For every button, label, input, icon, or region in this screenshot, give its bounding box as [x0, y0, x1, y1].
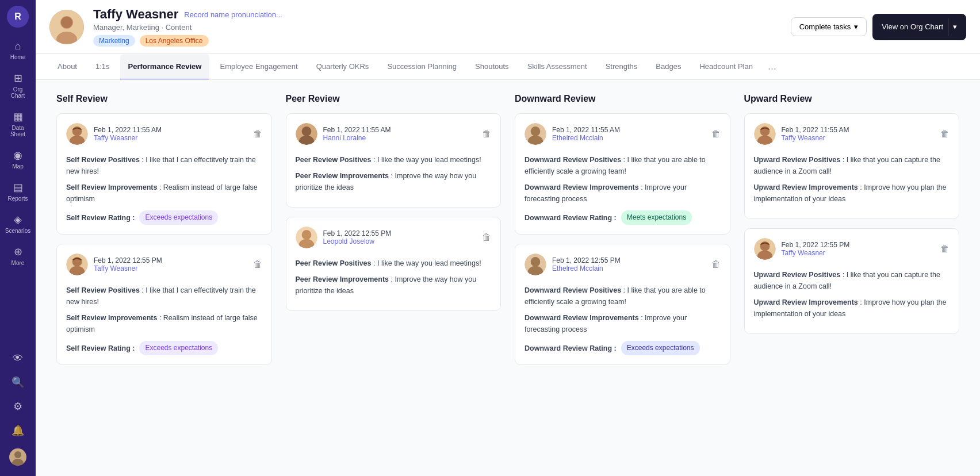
- tab-succession-planning[interactable]: Succession Planning: [379, 54, 465, 80]
- sidebar-logo[interactable]: R: [7, 6, 29, 28]
- svg-point-3: [12, 459, 24, 466]
- sidebar-item-scenarios[interactable]: ◈ Scenarios: [2, 209, 33, 239]
- improvements-field: Peer Review Improvements : Improve the w…: [296, 170, 492, 193]
- review-card: Feb 1, 2022 11:55 AM Ethelred Mcclain 🗑 …: [515, 113, 730, 235]
- profile-badges: Marketing Los Angeles Office: [93, 35, 782, 47]
- positives-field: Downward Review Positives : I like that …: [525, 285, 721, 308]
- improvements-field: Peer Review Improvements : Improve the w…: [296, 274, 492, 297]
- sidebar-item-more[interactable]: ⊕ More: [2, 241, 33, 271]
- rating-badge: Exceeds expectations: [139, 341, 218, 355]
- rating-row: Self Review Rating : Exceeds expectation…: [66, 210, 262, 225]
- delete-card-button[interactable]: 🗑: [253, 129, 262, 139]
- card-header: Feb 1, 2022 12:55 PM Taffy Weasner 🗑: [66, 254, 262, 275]
- sidebar-item-label: Scenarios: [5, 228, 30, 234]
- card-date: Feb 1, 2022 12:55 PM: [552, 256, 621, 264]
- tab-more[interactable]: ...: [763, 55, 781, 79]
- review-content: Self Review Feb 1, 2022 11:55 AM Taffy W…: [36, 80, 980, 476]
- card-header: Feb 1, 2022 11:55 AM Ethelred Mcclain 🗑: [525, 123, 721, 145]
- sidebar: R ⌂ Home ⊞ Org Chart ▦ Data Sheet ◉ Map …: [0, 0, 36, 476]
- rating-label: Self Review Rating :: [66, 212, 135, 224]
- sidebar-item-search[interactable]: 🔍: [2, 371, 33, 393]
- review-card: Feb 1, 2022 11:55 AM Hanni Loraine 🗑 Pee…: [286, 113, 502, 208]
- profile-header: Taffy Weasner Record name pronunciation.…: [36, 0, 980, 54]
- positives-field: Self Review Positives : I like that I ca…: [66, 154, 262, 177]
- badge-marketing: Marketing: [93, 35, 135, 47]
- tab-quarterly-okrs[interactable]: Quarterly OKRs: [308, 54, 377, 80]
- card-meta: Feb 1, 2022 12:55 PM Ethelred Mcclain: [552, 256, 621, 272]
- improvements-label: Upward Review Improvements: [754, 298, 858, 306]
- sidebar-item-reports[interactable]: ▤ Reports: [2, 176, 33, 206]
- svg-point-15: [301, 126, 311, 136]
- improvements-label: Upward Review Improvements: [754, 183, 858, 191]
- main-content: Taffy Weasner Record name pronunciation.…: [36, 0, 980, 476]
- card-meta: Feb 1, 2022 11:55 AM Taffy Weasner: [782, 126, 849, 142]
- review-column-self-review: Self Review Feb 1, 2022 11:55 AM Taffy W…: [49, 94, 279, 374]
- positives-field: Upward Review Positives : I like that yo…: [754, 154, 950, 177]
- delete-card-button[interactable]: 🗑: [482, 129, 491, 139]
- sidebar-item-data-sheet[interactable]: ▦ Data Sheet: [2, 106, 33, 142]
- delete-card-button[interactable]: 🗑: [940, 129, 950, 139]
- card-body: Peer Review Positives : I like the way y…: [296, 154, 492, 193]
- navigation-tabs: About 1:1s Performance Review Employee E…: [36, 54, 980, 80]
- review-column-title: Peer Review: [286, 94, 502, 104]
- rating-row: Downward Review Rating : Exceeds expecta…: [525, 341, 721, 355]
- tab-employee-engagement[interactable]: Employee Engagement: [212, 54, 305, 80]
- sidebar-item-map[interactable]: ◉ Map: [2, 144, 33, 174]
- view-icon: 👁: [13, 352, 23, 364]
- sidebar-item-settings[interactable]: ⚙: [2, 396, 33, 417]
- svg-text:R: R: [14, 11, 21, 21]
- card-meta: Feb 1, 2022 12:55 PM Taffy Weasner: [782, 241, 850, 257]
- improvements-field: Self Review Improvements : Realism inste…: [66, 182, 262, 205]
- card-user: Feb 1, 2022 12:55 PM Taffy Weasner: [754, 238, 850, 260]
- svg-point-7: [61, 17, 72, 28]
- card-meta: Feb 1, 2022 11:55 AM Ethelred Mcclain: [552, 126, 620, 142]
- review-column-title: Upward Review: [744, 94, 960, 104]
- data-sheet-icon: ▦: [13, 110, 23, 123]
- positives-label: Self Review Positives: [66, 156, 140, 164]
- positives-field: Self Review Positives : I like that I ca…: [66, 285, 262, 308]
- rating-row: Downward Review Rating : Meets expectati…: [525, 210, 721, 225]
- card-user: Feb 1, 2022 12:55 PM Taffy Weasner: [66, 254, 162, 275]
- positives-field: Upward Review Positives : I like that yo…: [754, 269, 950, 292]
- header-actions: Complete tasks ▾ View on Org Chart ▾: [791, 14, 966, 40]
- sidebar-item-label: More: [12, 260, 25, 266]
- rating-label: Downward Review Rating :: [525, 212, 617, 224]
- svg-point-2: [14, 451, 21, 458]
- tab-badges[interactable]: Badges: [648, 54, 689, 80]
- delete-card-button[interactable]: 🗑: [711, 129, 721, 139]
- home-icon: ⌂: [15, 40, 21, 52]
- sidebar-item-avatar[interactable]: [2, 444, 33, 470]
- delete-card-button[interactable]: 🗑: [940, 244, 950, 254]
- card-username: Taffy Weasner: [782, 134, 849, 142]
- map-icon: ◉: [13, 149, 22, 162]
- positives-label: Downward Review Positives: [525, 286, 621, 294]
- tab-strengths[interactable]: Strengths: [598, 54, 646, 80]
- view-org-chart-button[interactable]: View on Org Chart ▾: [872, 14, 966, 40]
- complete-tasks-button[interactable]: Complete tasks ▾: [791, 17, 867, 36]
- card-avatar: [754, 238, 776, 260]
- card-date: Feb 1, 2022 11:55 AM: [782, 126, 849, 134]
- delete-card-button[interactable]: 🗑: [253, 259, 262, 270]
- card-username: Ethelred Mcclain: [552, 264, 621, 272]
- tab-performance-review[interactable]: Performance Review: [120, 54, 210, 80]
- card-username: Taffy Weasner: [94, 264, 162, 272]
- sidebar-item-org-chart[interactable]: ⊞ Org Chart: [2, 67, 33, 103]
- sidebar-item-label: Org Chart: [6, 86, 30, 99]
- improvements-field: Upward Review Improvements : Improve how…: [754, 182, 950, 205]
- notifications-icon: 🔔: [12, 424, 24, 437]
- sidebar-item-home[interactable]: ⌂ Home: [2, 36, 33, 65]
- tab-1on1s[interactable]: 1:1s: [87, 54, 118, 80]
- tab-skills-assessment[interactable]: Skills Assessment: [519, 54, 595, 80]
- rating-badge: Exceeds expectations: [621, 341, 700, 355]
- sidebar-item-notifications[interactable]: 🔔: [2, 420, 33, 442]
- record-pronunciation-link[interactable]: Record name pronunciation...: [184, 10, 282, 19]
- tab-about[interactable]: About: [49, 54, 85, 80]
- card-header: Feb 1, 2022 11:55 AM Taffy Weasner 🗑: [66, 123, 262, 145]
- sidebar-item-view[interactable]: 👁: [2, 348, 33, 369]
- card-username: Leopold Joselow: [323, 237, 392, 245]
- search-icon: 🔍: [12, 376, 24, 389]
- tab-headcount-plan[interactable]: Headcount Plan: [691, 54, 761, 80]
- delete-card-button[interactable]: 🗑: [711, 259, 721, 270]
- tab-shoutouts[interactable]: Shoutouts: [467, 54, 517, 80]
- delete-card-button[interactable]: 🗑: [482, 232, 491, 243]
